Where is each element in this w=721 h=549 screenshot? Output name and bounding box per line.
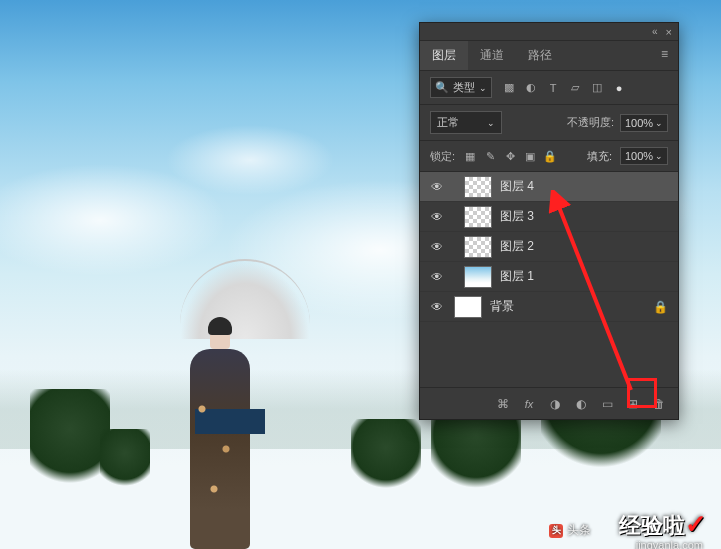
mask-icon[interactable]: ◑ [548,397,562,411]
layer-row[interactable]: 👁背景🔒 [420,292,678,322]
filter-pixel-icon[interactable]: ▩ [502,81,516,95]
visibility-toggle-icon[interactable]: 👁 [430,270,444,284]
layers-panel: « × 图层 通道 路径 ≡ 🔍 类型 ⌄ ▩ ◐ T ▱ ◫ ● 正常 ⌄ 不… [419,22,679,420]
fill-input[interactable]: 100% ⌄ [620,147,668,165]
filter-adjustment-icon[interactable]: ◐ [524,81,538,95]
visibility-toggle-icon[interactable]: 👁 [430,240,444,254]
lock-position-icon[interactable]: ✥ [503,149,517,163]
lock-icons: ▦ ✎ ✥ ▣ 🔒 [463,149,557,163]
layer-row[interactable]: 👁图层 2 [420,232,678,262]
fill-value: 100% [625,150,653,162]
fx-icon[interactable]: fx [522,397,536,411]
tree [351,419,421,489]
chevron-down-icon: ⌄ [479,83,487,93]
lock-artboard-icon[interactable]: ▣ [523,149,537,163]
tree [100,429,150,489]
lock-icon: 🔒 [653,300,668,314]
opacity-value: 100% [625,117,653,129]
filter-type-select[interactable]: 🔍 类型 ⌄ [430,77,492,98]
blend-mode-select[interactable]: 正常 ⌄ [430,111,502,134]
layer-list: 👁图层 4👁图层 3👁图层 2👁图层 1👁背景🔒 [420,172,678,387]
panel-menu-icon[interactable]: ≡ [651,41,678,70]
blend-mode-value: 正常 [437,115,459,130]
watermark-text: 经验啦 [619,513,685,538]
layer-filter-row: 🔍 类型 ⌄ ▩ ◐ T ▱ ◫ ● [420,71,678,105]
hair [208,317,232,335]
adjustment-layer-icon[interactable]: ◐ [574,397,588,411]
layer-name-label: 图层 2 [500,238,534,255]
filter-shape-icon[interactable]: ▱ [568,81,582,95]
lock-paint-icon[interactable]: ✎ [483,149,497,163]
lock-label: 锁定: [430,149,455,164]
layer-name-label: 背景 [490,298,514,315]
chevron-down-icon: ⌄ [655,118,663,128]
link-layers-icon[interactable]: ⌘ [496,397,510,411]
panel-tabs: 图层 通道 路径 ≡ [420,41,678,71]
group-icon[interactable]: ▭ [600,397,614,411]
layer-thumbnail[interactable] [464,176,492,198]
layer-name-label: 图层 4 [500,178,534,195]
tab-channels[interactable]: 通道 [468,41,516,70]
watermark-main: 经验啦✓ [619,509,707,541]
figure-person [180,289,260,549]
annotation-highlight-new-layer [627,378,657,408]
visibility-toggle-icon[interactable]: 👁 [430,210,444,224]
visibility-toggle-icon[interactable]: 👁 [430,180,444,194]
check-icon: ✓ [685,509,707,539]
opacity-input[interactable]: 100% ⌄ [620,114,668,132]
close-icon[interactable]: × [666,26,672,38]
obi [195,409,265,434]
layer-row[interactable]: 👁图层 3 [420,202,678,232]
chevron-down-icon: ⌄ [655,151,663,161]
filter-type-label: 类型 [453,80,475,95]
layer-name-label: 图层 1 [500,268,534,285]
filter-smart-icon[interactable]: ◫ [590,81,604,95]
tree [30,389,110,489]
layer-row[interactable]: 👁图层 4 [420,172,678,202]
lock-transparent-icon[interactable]: ▦ [463,149,477,163]
source-watermark: 头 头条 [549,522,591,539]
search-icon: 🔍 [435,81,449,94]
kimono [190,349,250,549]
toutiao-logo-icon: 头 [549,524,563,538]
blend-row: 正常 ⌄ 不透明度: 100% ⌄ [420,105,678,141]
opacity-label: 不透明度: [567,115,614,130]
layer-thumbnail[interactable] [454,296,482,318]
filter-toggle-icon[interactable]: ● [612,81,626,95]
tab-layers[interactable]: 图层 [420,41,468,70]
layer-name-label: 图层 3 [500,208,534,225]
lock-all-icon[interactable]: 🔒 [543,149,557,163]
filter-type-icon[interactable]: T [546,81,560,95]
lock-row: 锁定: ▦ ✎ ✥ ▣ 🔒 填充: 100% ⌄ [420,141,678,172]
tab-paths[interactable]: 路径 [516,41,564,70]
watermark-url: jingyanla.com [636,539,703,549]
fill-label: 填充: [587,149,612,164]
collapse-icon[interactable]: « [652,26,658,37]
filter-icons: ▩ ◐ T ▱ ◫ ● [502,81,626,95]
layer-thumbnail[interactable] [464,266,492,288]
layer-thumbnail[interactable] [464,206,492,228]
panel-collapse-bar: « × [420,23,678,41]
source-label: 头条 [567,522,591,539]
layer-row[interactable]: 👁图层 1 [420,262,678,292]
layer-thumbnail[interactable] [464,236,492,258]
visibility-toggle-icon[interactable]: 👁 [430,300,444,314]
chevron-down-icon: ⌄ [487,118,495,128]
